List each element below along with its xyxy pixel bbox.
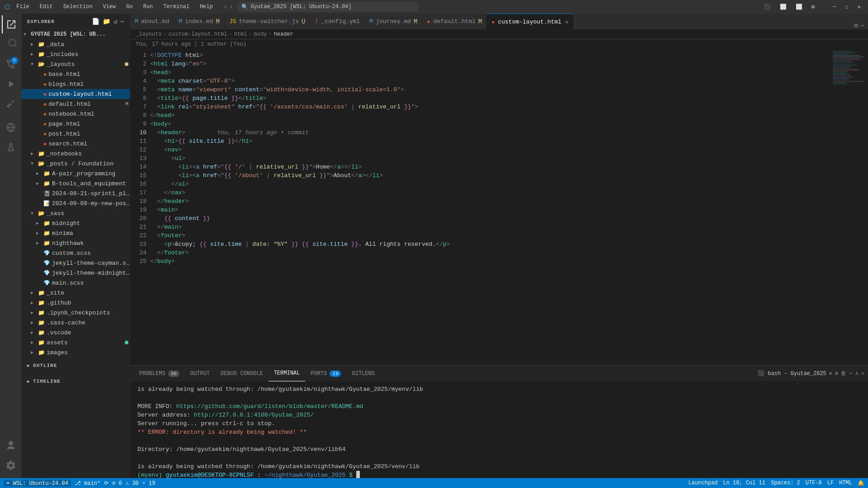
menu-view[interactable]: View	[101, 3, 118, 11]
sidebar-item-blogs-html[interactable]: ◈ blogs.html	[22, 79, 130, 89]
global-search[interactable]: 🔍 Gyutae_2025 [WSL: Ubuntu-24.04]	[238, 2, 419, 12]
sidebar-item-custom-layout[interactable]: ◈ custom-layout.html	[22, 89, 130, 99]
breadcrumb-body[interactable]: body	[254, 31, 267, 38]
sidebar-item-page-html[interactable]: ◈ page.html	[22, 119, 130, 129]
layout-icon-1[interactable]: ⬛	[761, 3, 774, 11]
terminal-trash-icon[interactable]: 🗑	[841, 370, 846, 377]
status-branch[interactable]: ⎇ main*	[75, 480, 100, 487]
terminal-more-icon[interactable]: ⋯	[849, 370, 852, 377]
sidebar-item-includes[interactable]: ▶ 📁 _includes	[22, 49, 130, 59]
activity-settings[interactable]	[2, 456, 20, 474]
sidebar-item-sprint1[interactable]: 📓 2024-08-21-sprint1_plan_IPYNB_2_...	[22, 188, 130, 198]
terminal-close-icon[interactable]: ✕	[861, 370, 864, 377]
sidebar-item-assets[interactable]: ▶ 📁 assets	[22, 338, 130, 347]
menu-terminal[interactable]: Terminal	[161, 3, 191, 11]
layout-icon-3[interactable]: ⬜	[793, 3, 805, 11]
sidebar-item-github[interactable]: ▶ 📁 .github	[22, 298, 130, 308]
breadcrumb-layouts[interactable]: _layouts	[136, 31, 162, 38]
term-tab-gitlens[interactable]: GITLENS	[346, 366, 380, 381]
activity-account[interactable]	[2, 436, 20, 455]
activity-testing[interactable]	[2, 138, 20, 156]
minimize-button[interactable]: —	[830, 3, 839, 11]
term-tab-terminal[interactable]: TERMINAL	[269, 366, 306, 381]
sidebar-item-site[interactable]: ▶ 📁 _site	[22, 288, 130, 298]
tab-journey-md[interactable]: M journey.md M	[365, 14, 422, 29]
new-file-icon[interactable]: 📄	[92, 18, 100, 25]
sidebar-item-sass[interactable]: ▼ 📂 _sass	[22, 208, 130, 218]
status-notifications[interactable]: 🔔	[858, 480, 864, 487]
layout-icon-4[interactable]: ⊞	[809, 3, 817, 11]
breadcrumb-header[interactable]: header	[274, 31, 293, 38]
tab-about-md[interactable]: M about.md	[130, 14, 174, 29]
status-position[interactable]: Ln 10, Col 11	[723, 480, 765, 486]
sidebar-header-icons[interactable]: 📄 📁 ↺ ⋯	[92, 18, 125, 25]
sidebar-item-nighthawk[interactable]: ▶ 📁 nighthawk	[22, 238, 130, 248]
term-tab-problems[interactable]: PROBLEMS 30	[134, 366, 185, 381]
status-wsl[interactable]: ⬌ WSL: Ubuntu-24.04	[4, 480, 71, 487]
sidebar-item-midnight[interactable]: ▶ 📁 midnight	[22, 218, 130, 228]
term-tab-output[interactable]: OUTPUT	[185, 366, 215, 381]
menu-run[interactable]: Run	[142, 3, 155, 11]
status-errors[interactable]: ⊘ 0	[112, 480, 122, 487]
sidebar-item-search-html[interactable]: ◈ search.html	[22, 139, 130, 149]
sidebar-item-cayman-scss[interactable]: 💎 jekyll-theme-cayman.scss	[22, 258, 130, 268]
sidebar-item-b-tools[interactable]: ▶ 📁 B-tools_and_equipment	[22, 178, 130, 188]
status-lang[interactable]: HTML	[839, 480, 852, 486]
menu-bar[interactable]: File Edit Selection View Go Run Terminal…	[14, 3, 215, 11]
split-editor-icon[interactable]: ⊞	[854, 22, 858, 29]
status-ports[interactable]: ⚡ 19	[142, 480, 156, 487]
status-eol[interactable]: LF	[827, 480, 834, 486]
sidebar-item-post-html[interactable]: ◈ post.html	[22, 129, 130, 139]
outline-section[interactable]: ▶ OUTLINE	[22, 357, 130, 373]
layout-icon-2[interactable]: ⬜	[777, 3, 789, 11]
code-editor[interactable]: 1 2 3 4 5 6 7 8 9 10 11 12 13 14 15 16 1	[130, 49, 832, 365]
activity-search[interactable]	[2, 35, 20, 53]
menu-file[interactable]: File	[14, 3, 31, 11]
sidebar-item-sass-cache[interactable]: ▶ 📁 .sass-cache	[22, 318, 130, 328]
nav-arrows[interactable]: ‹ ›	[224, 3, 233, 10]
activity-extensions[interactable]	[2, 95, 20, 113]
sidebar-item-new-post[interactable]: 📝 2024-09-09-my-new-post.md	[22, 198, 130, 208]
sidebar-item-main-scss[interactable]: 💎 main.scss	[22, 278, 130, 288]
term-tab-debug-console[interactable]: DEBUG CONSOLE	[215, 366, 269, 381]
status-spaces[interactable]: Spaces: 2	[771, 480, 800, 486]
status-warnings[interactable]: ⚠ 30	[126, 480, 139, 487]
sidebar-item-ipynb[interactable]: ▶ 📁 .ipynb_checkpoints	[22, 308, 130, 318]
window-controls[interactable]: ⬛ ⬜ ⬜ ⊞ — ☐ ✕	[761, 3, 863, 11]
activity-remote-explorer[interactable]	[2, 118, 20, 136]
sidebar-item-base-html[interactable]: ◈ base.html	[22, 69, 130, 79]
menu-selection[interactable]: Selection	[61, 3, 94, 11]
close-button[interactable]: ✕	[855, 3, 863, 11]
sidebar-item-midnight-scss[interactable]: 💎 jekyll-theme-midnight.scss	[22, 268, 130, 278]
tab-close-button[interactable]: ✕	[565, 18, 569, 26]
nav-back[interactable]: ‹	[224, 3, 227, 10]
breadcrumb-html[interactable]: html	[234, 31, 247, 38]
nav-forward[interactable]: ›	[229, 3, 233, 10]
sidebar-item-minima[interactable]: ▶ 📁 minima	[22, 228, 130, 238]
sidebar-item-a-pair[interactable]: ▶ 📁 A-pair_programming	[22, 169, 130, 178]
new-folder-icon[interactable]: 📁	[103, 18, 111, 25]
sidebar-item-default-html[interactable]: ◈ default.html M	[22, 99, 130, 109]
sidebar-item-data[interactable]: ▶ 📁 _data	[22, 39, 130, 49]
sidebar-item-custom-scss[interactable]: 💎 custom.scss	[22, 248, 130, 258]
terminal-add-icon[interactable]: ⊕	[829, 370, 832, 377]
sidebar-item-notebook-html[interactable]: ◈ notebook.html	[22, 109, 130, 119]
terminal-split-icon[interactable]: ⊞	[835, 370, 838, 377]
refresh-icon[interactable]: ↺	[113, 18, 118, 25]
maximize-button[interactable]: ☐	[843, 3, 851, 11]
minimap[interactable]	[832, 49, 868, 365]
code-content[interactable]: <!DOCTYPE html> <html lang="en"> <head> …	[150, 49, 832, 365]
activity-source-control[interactable]: 5	[2, 55, 20, 73]
menu-go[interactable]: Go	[124, 3, 134, 11]
menu-help[interactable]: Help	[198, 3, 215, 11]
menu-edit[interactable]: Edit	[38, 3, 55, 11]
sidebar-item-posts[interactable]: ▼ 📂 _posts / Foundation	[22, 159, 130, 169]
tab-theme-switcher-js[interactable]: JS theme-switcher.js U	[225, 14, 311, 29]
sidebar-item-notebooks[interactable]: ▶ 📁 _notebooks	[22, 149, 130, 159]
sidebar-item-images[interactable]: ▶ 📁 images	[22, 347, 130, 357]
workspace-root[interactable]: ▼ GYUTAE 2025 [WSL: UB...	[22, 29, 130, 39]
tab-custom-layout-html[interactable]: ⬥ custom-layout.html ✕	[487, 14, 574, 29]
terminal-content[interactable]: is already being watched through: /home/…	[130, 381, 868, 478]
status-encoding[interactable]: UTF-8	[806, 480, 822, 486]
activity-run-debug[interactable]	[2, 75, 20, 93]
